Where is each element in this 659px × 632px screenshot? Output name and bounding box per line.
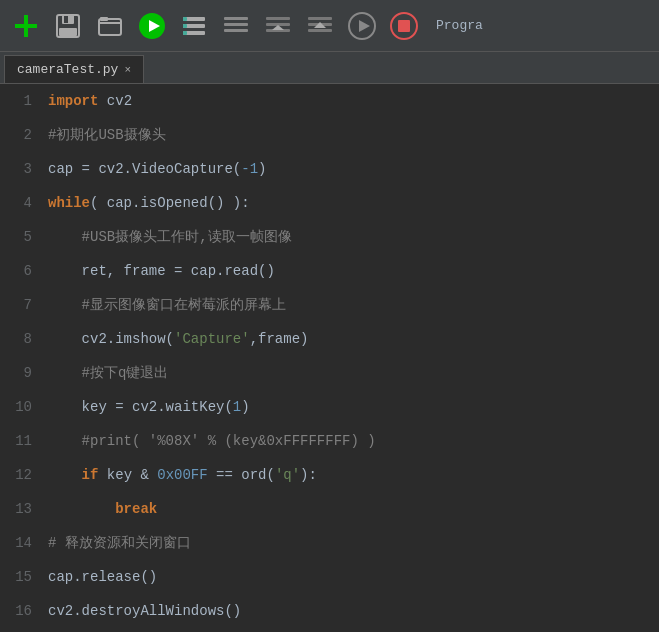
table-row: 11 #print( '%08X' % (key&0xFFFFFFFF) ) <box>0 424 659 458</box>
svg-rect-5 <box>59 28 77 36</box>
open-button[interactable] <box>92 8 128 44</box>
svg-rect-4 <box>64 16 68 23</box>
svg-rect-31 <box>398 20 410 32</box>
save-icon <box>54 12 82 40</box>
tab-close-button[interactable]: × <box>124 64 131 76</box>
step-out-button[interactable] <box>302 8 338 44</box>
svg-rect-18 <box>224 23 248 26</box>
toolbar: Progra <box>0 0 659 52</box>
svg-marker-29 <box>359 20 370 32</box>
run-button[interactable] <box>134 8 170 44</box>
svg-rect-8 <box>100 17 108 21</box>
svg-rect-6 <box>99 19 121 35</box>
table-row: 15 cap.release() <box>0 560 659 594</box>
debug-icon <box>180 12 208 40</box>
svg-rect-26 <box>308 29 332 32</box>
table-row: 7 #显示图像窗口在树莓派的屏幕上 <box>0 288 659 322</box>
file-tab[interactable]: cameraTest.py × <box>4 55 144 83</box>
run-icon <box>137 11 167 41</box>
svg-rect-17 <box>224 17 248 20</box>
table-row: 2 #初期化USB摄像头 <box>0 118 659 152</box>
table-row: 12 if key & 0x00FF == ord('q'): <box>0 458 659 492</box>
table-row: 5 #USB摄像头工作时,读取一帧图像 <box>0 220 659 254</box>
new-file-button[interactable] <box>8 8 44 44</box>
svg-rect-14 <box>183 17 187 21</box>
table-row: 9 #按下q键退出 <box>0 356 659 390</box>
svg-rect-7 <box>99 22 121 24</box>
stop-icon <box>389 11 419 41</box>
tab-filename: cameraTest.py <box>17 62 118 77</box>
program-label: Progra <box>436 18 483 33</box>
resume-icon <box>347 11 377 41</box>
svg-rect-15 <box>183 24 187 28</box>
stop-button[interactable] <box>386 8 422 44</box>
plus-icon <box>11 11 41 41</box>
table-row: 1 import cv2 <box>0 84 659 118</box>
table-row: 8 cv2.imshow('Capture',frame) <box>0 322 659 356</box>
svg-rect-16 <box>183 31 187 35</box>
table-row: 14 # 释放资源和关闭窗口 <box>0 526 659 560</box>
debug-button[interactable] <box>176 8 212 44</box>
open-icon <box>96 12 124 40</box>
table-row: 3 cap = cv2.VideoCapture(-1) <box>0 152 659 186</box>
step-out-icon <box>306 12 334 40</box>
svg-rect-24 <box>308 17 332 20</box>
table-row: 10 key = cv2.waitKey(1) <box>0 390 659 424</box>
code-editor[interactable]: 1 import cv2 2 #初期化USB摄像头 3 cap = cv2.Vi… <box>0 84 659 632</box>
step-over-icon <box>222 12 250 40</box>
table-row: 13 break <box>0 492 659 526</box>
svg-rect-19 <box>224 29 248 32</box>
table-row: 4 while( cap.isOpened() ): <box>0 186 659 220</box>
resume-button[interactable] <box>344 8 380 44</box>
tab-bar: cameraTest.py × <box>0 52 659 84</box>
step-into-icon <box>264 12 292 40</box>
step-over-button[interactable] <box>218 8 254 44</box>
step-into-button[interactable] <box>260 8 296 44</box>
table-row: 16 cv2.destroyAllWindows() <box>0 594 659 628</box>
svg-rect-20 <box>266 17 290 20</box>
svg-rect-1 <box>15 24 37 28</box>
table-row: 6 ret, frame = cap.read() <box>0 254 659 288</box>
save-button[interactable] <box>50 8 86 44</box>
